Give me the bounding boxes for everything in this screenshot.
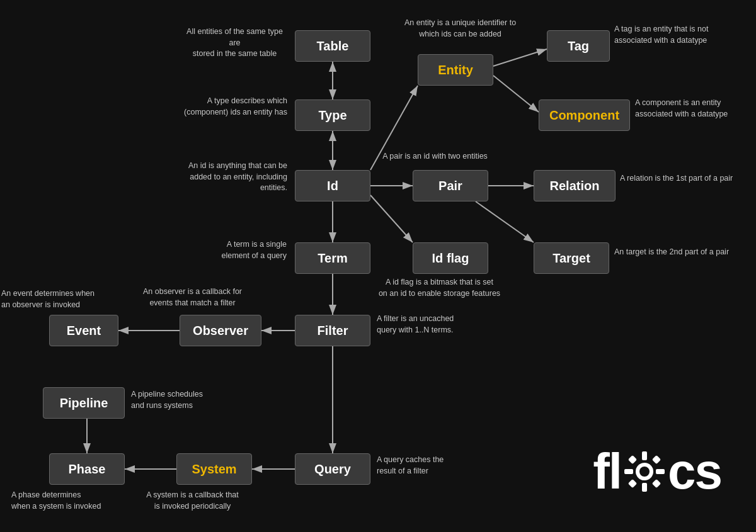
node-id: Id [295,170,370,201]
node-idflag: Id flag [413,242,488,274]
logo-text-fl: fl [593,443,621,501]
svg-rect-24 [656,469,665,474]
label-system-bottom: A system is a callback thatis invoked pe… [137,490,248,512]
logo-text-cs: cs [668,443,721,501]
label-table-top: All entities of the same type arestored … [183,26,287,60]
label-phase-bottom: A phase determineswhen a system is invok… [11,490,115,512]
svg-line-4 [493,49,547,66]
svg-point-20 [639,467,650,477]
label-component-right: A component is an entityassociated with … [635,98,752,120]
node-phase: Phase [49,453,125,485]
label-relation-right: A relation is the 1st part of a pair [620,173,749,184]
label-pair-top: A pair is an id with two entities [374,151,496,162]
node-table: Table [295,30,370,62]
label-entity-top: An entity is a unique identifier towhich… [389,18,531,40]
node-event: Event [49,315,118,346]
node-component: Component [539,99,630,131]
node-relation: Relation [534,170,616,201]
node-pipeline: Pipeline [43,387,125,419]
label-observer-top: An observer is a callback forevents that… [137,286,248,308]
flocs-logo: fl cs [593,443,721,501]
svg-line-5 [493,76,539,112]
node-type: Type [295,99,370,131]
svg-rect-26 [652,455,661,464]
node-query: Query [295,453,370,485]
svg-rect-23 [624,469,633,474]
label-term-left: A term is a singleelement of a query [198,239,287,261]
svg-rect-22 [642,483,647,492]
node-term: Term [295,242,370,274]
label-pipeline-right: A pipeline schedulesand runs systems [131,389,235,411]
node-system: System [176,453,252,485]
svg-rect-28 [652,479,661,488]
svg-rect-27 [628,479,637,488]
label-event-left: An event determines whenan observer is i… [1,288,108,310]
label-tag-right: A tag is an entity that is notassociated… [614,24,740,46]
label-idflag-bottom: A id flag is a bitmask that is seton an … [369,277,510,299]
label-filter-right: A filter is an uncachedquery with 1..N t… [377,314,487,336]
svg-line-11 [476,201,534,242]
label-id-left: An id is anything that can beadded to an… [175,161,287,194]
label-target-right: An target is the 2nd part of a pair [614,247,743,258]
node-target: Target [534,242,609,274]
svg-line-10 [370,195,413,242]
svg-rect-21 [642,451,647,460]
label-type-left: A type describes which(component) ids an… [175,96,287,118]
node-observer: Observer [180,315,261,346]
logo-gear-icon [622,449,667,494]
label-query-right: A query caches theresult of a filter [377,455,481,477]
svg-rect-25 [628,455,637,464]
node-pair: Pair [413,170,488,201]
node-tag: Tag [547,30,610,62]
node-filter: Filter [295,315,370,346]
node-entity: Entity [418,54,493,86]
diagram: Table Entity Tag Type Component Id Pair … [0,0,756,532]
